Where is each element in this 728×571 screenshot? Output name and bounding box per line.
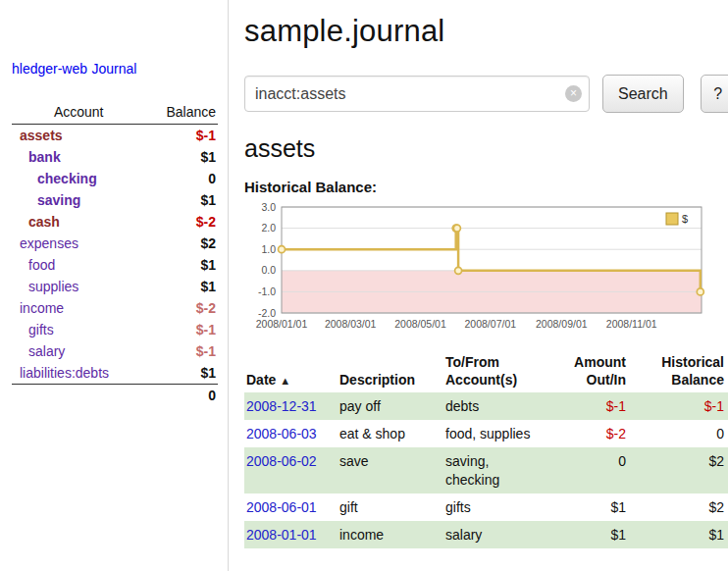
account-row: checking0 — [12, 168, 218, 189]
register-header-balance: Historical Balance — [630, 352, 728, 392]
svg-text:2.0: 2.0 — [261, 222, 276, 234]
account-name-cell: saving — [12, 189, 145, 211]
register-header-date[interactable]: Date ▲ — [244, 352, 338, 392]
date-link[interactable]: 2008-06-02 — [246, 453, 317, 469]
account-balance: 0 — [145, 168, 218, 189]
register-accounts-cell: debts — [443, 392, 544, 420]
register-accounts-cell: saving, checking — [443, 447, 544, 493]
register-date-cell: 2008-06-02 — [244, 447, 338, 493]
account-link[interactable]: saving — [37, 192, 80, 208]
accounts-total-spacer — [12, 385, 145, 407]
register-description-cell: pay off — [338, 392, 443, 420]
account-balance: $-2 — [145, 297, 218, 319]
clear-search-icon[interactable]: × — [565, 85, 582, 102]
date-link[interactable]: 2008-06-03 — [246, 426, 317, 441]
register-row: 2008-12-31pay offdebts$-1$-1 — [244, 392, 728, 420]
account-name-cell: checking — [12, 168, 145, 189]
register-description-cell: income — [338, 521, 443, 548]
account-link[interactable]: income — [20, 300, 64, 316]
register-row: 2008-01-01incomesalary$1$1 — [244, 521, 728, 548]
date-link[interactable]: 2008-12-31 — [246, 398, 317, 414]
account-row: assets$-1 — [12, 125, 218, 147]
register-amount-cell: $1 — [544, 521, 630, 548]
svg-text:2008/07/01: 2008/07/01 — [465, 318, 517, 330]
chart-wrap: 3.02.01.00.0-1.0-2.02008/01/012008/03/01… — [244, 199, 728, 342]
register-description-cell: gift — [338, 493, 443, 521]
main-content: sample.journal × Search ? assets Histori… — [229, 0, 728, 571]
register-date-cell: 2008-06-03 — [244, 420, 338, 447]
account-link[interactable]: bank — [28, 149, 61, 165]
account-row: food$1 — [12, 254, 218, 276]
register-date-cell: 2008-01-01 — [244, 521, 338, 548]
register-date-cell: 2008-06-01 — [244, 493, 338, 521]
svg-text:2008/09/01: 2008/09/01 — [536, 318, 588, 330]
search-input[interactable] — [244, 76, 590, 112]
accounts-header-balance: Balance — [145, 101, 218, 125]
account-name-cell: food — [12, 254, 145, 276]
balance-chart: 3.02.01.00.0-1.0-2.02008/01/012008/03/01… — [244, 199, 717, 338]
account-name-cell: salary — [12, 340, 145, 362]
register-row: 2008-06-03eat & shopfood, supplies$-20 — [244, 420, 728, 447]
account-link[interactable]: food — [28, 257, 55, 273]
svg-text:2008/05/01: 2008/05/01 — [394, 318, 446, 330]
account-row: saving$1 — [12, 189, 218, 211]
chart-label: Historical Balance: — [244, 179, 728, 195]
search-row: × Search ? — [244, 75, 728, 113]
account-link[interactable]: expenses — [20, 235, 78, 251]
svg-text:0.0: 0.0 — [261, 264, 276, 276]
register-balance-cell: 0 — [630, 420, 728, 447]
account-row: expenses$2 — [12, 233, 218, 254]
date-link[interactable]: 2008-06-01 — [246, 499, 317, 515]
account-link[interactable]: liabilities:debts — [20, 365, 109, 381]
account-name-cell: liabilities:debts — [12, 362, 145, 385]
register-accounts-cell: salary — [443, 521, 544, 548]
register-description-cell: save — [338, 447, 443, 493]
date-link[interactable]: 2008-01-01 — [246, 527, 317, 543]
account-link[interactable]: salary — [28, 343, 65, 359]
account-row: income$-2 — [12, 297, 218, 319]
account-heading: assets — [244, 134, 728, 163]
register-tbody: 2008-12-31pay offdebts$-1$-12008-06-03ea… — [244, 392, 728, 548]
account-link[interactable]: supplies — [28, 279, 78, 294]
account-balance: $1 — [145, 254, 218, 276]
account-name-cell: assets — [12, 125, 145, 147]
accounts-total-value: 0 — [145, 385, 218, 407]
account-row: cash$-2 — [12, 211, 218, 233]
svg-text:-2.0: -2.0 — [258, 307, 276, 319]
register-balance-cell: $-1 — [630, 392, 728, 420]
register-balance-cell: $2 — [630, 493, 728, 521]
search-button[interactable]: Search — [602, 75, 684, 113]
account-balance: $1 — [145, 146, 218, 168]
account-link[interactable]: cash — [28, 214, 60, 230]
account-row: gifts$-1 — [12, 319, 218, 340]
register-amount-cell: $-1 — [544, 392, 630, 420]
svg-text:$: $ — [682, 213, 688, 225]
register-accounts-cell: gifts — [443, 493, 544, 521]
svg-text:-1.0: -1.0 — [258, 286, 276, 297]
page-title: sample.journal — [244, 14, 728, 49]
account-link[interactable]: assets — [20, 128, 63, 143]
svg-text:3.0: 3.0 — [261, 201, 276, 213]
register-header-amount: Amount Out/In — [544, 352, 630, 392]
account-balance: $-1 — [145, 340, 218, 362]
accounts-total-row: 0 — [12, 385, 218, 407]
account-row: bank$1 — [12, 146, 218, 168]
svg-text:2008/01/01: 2008/01/01 — [256, 318, 308, 330]
account-name-cell: gifts — [12, 319, 145, 340]
register-header-row: Date ▲ Description To/From Account(s) Am… — [244, 352, 728, 392]
account-link[interactable]: gifts — [28, 322, 54, 337]
account-balance: $1 — [145, 276, 218, 297]
account-name-cell: expenses — [12, 233, 145, 254]
svg-text:1.0: 1.0 — [261, 243, 276, 255]
app-title-link[interactable]: hledger-web — [12, 61, 87, 77]
date-header-label: Date — [246, 372, 276, 388]
accounts-table: Account Balance assets$-1bank$1checking0… — [12, 101, 218, 406]
account-link[interactable]: checking — [37, 171, 97, 186]
register-table: Date ▲ Description To/From Account(s) Am… — [244, 352, 728, 548]
help-button[interactable]: ? — [701, 75, 728, 113]
sidebar-item-journal[interactable]: Journal — [92, 61, 137, 77]
sidebar: hledger-web Journal Account Balance asse… — [0, 0, 229, 571]
register-header-tofrom: To/From Account(s) — [443, 352, 544, 392]
register-amount-cell: $1 — [544, 493, 630, 521]
register-amount-cell: 0 — [544, 447, 630, 493]
